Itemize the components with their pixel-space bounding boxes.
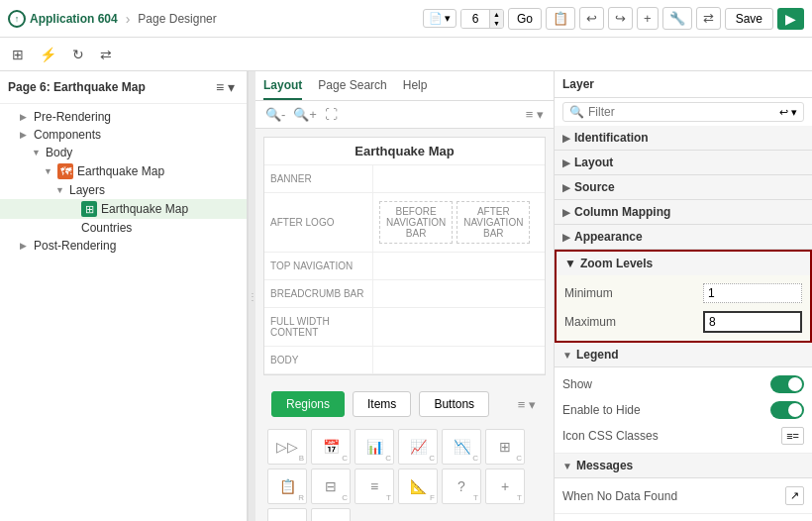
earthquake-map-parent-arrow: ▼ bbox=[44, 166, 53, 176]
share2-icon[interactable]: ⇄ bbox=[96, 45, 116, 64]
breadcrumb-section: BREADCRUMB BAR bbox=[264, 280, 545, 308]
icon-cell-4[interactable]: 📈C bbox=[398, 429, 438, 465]
when-no-data-row: When No Data Found ↗ bbox=[555, 482, 812, 509]
icon-cell-7[interactable]: 📋R bbox=[267, 469, 307, 504]
icon-css-classes-button[interactable]: ≡= bbox=[781, 427, 804, 445]
tree-layers[interactable]: ▼ Layers bbox=[0, 181, 247, 199]
icon-cell-3[interactable]: 📊C bbox=[355, 429, 394, 465]
preview-page-title: Earthquake Map bbox=[264, 138, 545, 165]
tab-page-search[interactable]: Page Search bbox=[318, 71, 386, 100]
icon-cell-6[interactable]: ⊞C bbox=[485, 429, 525, 465]
plus-button[interactable]: + bbox=[637, 7, 659, 30]
center-content: Earthquake Map BANNER AFTER LOGO BEFOREN… bbox=[255, 129, 554, 521]
zoom-maximum-input[interactable] bbox=[703, 311, 802, 333]
main-layout: Page 6: Earthquake Map ≡ ▾ ▶ Pre-Renderi… bbox=[0, 71, 812, 521]
pre-rendering-label: Pre-Rendering bbox=[34, 110, 111, 124]
items-tab[interactable]: Items bbox=[353, 391, 411, 417]
page-number-up[interactable]: ▲ bbox=[489, 10, 503, 19]
tree-earthquake-map-parent[interactable]: ▼ 🗺 Earthquake Map bbox=[0, 161, 247, 181]
layout-section-header[interactable]: ▶ Layout bbox=[555, 151, 812, 175]
appearance-section-header[interactable]: ▶ Appearance bbox=[555, 225, 812, 250]
view-menu-button[interactable]: ≡ ▾ bbox=[524, 105, 546, 124]
refresh-icon[interactable]: ↻ bbox=[68, 45, 88, 64]
right-content: ▶ Identification ▶ Layout ▶ Source ▶ Col… bbox=[555, 126, 812, 521]
zoom-levels-header[interactable]: ▼ Zoom Levels bbox=[557, 252, 810, 275]
legend-section-header[interactable]: ▼ Legend bbox=[555, 343, 812, 367]
left-splitter[interactable]: ⋮ bbox=[248, 71, 255, 521]
icon-cell-5[interactable]: 📉C bbox=[442, 429, 481, 465]
tab-layout[interactable]: Layout bbox=[263, 71, 302, 100]
filter-input[interactable] bbox=[588, 105, 775, 119]
legend-show-row: Show bbox=[555, 371, 812, 397]
icon-cell-11[interactable]: ?T bbox=[442, 469, 481, 504]
page-number-input[interactable]: 6 bbox=[461, 10, 489, 28]
icon-cell-9[interactable]: ≡T bbox=[355, 469, 394, 504]
countries-label: Countries bbox=[81, 221, 132, 235]
zoom-in-button[interactable]: 🔍+ bbox=[291, 105, 319, 124]
save-button[interactable]: Save bbox=[725, 8, 773, 30]
tree-post-rendering[interactable]: ▶ Post-Rendering bbox=[0, 237, 247, 255]
filter-action-btn[interactable]: ↩ ▾ bbox=[779, 106, 797, 119]
tab-help[interactable]: Help bbox=[403, 71, 428, 100]
file-button[interactable]: 📄 ▾ bbox=[423, 9, 457, 28]
page-label: Page 6: Earthquake Map bbox=[8, 80, 146, 94]
tree-earthquake-map-layer[interactable]: ⊞ Earthquake Map bbox=[0, 199, 247, 219]
icon-cell-12[interactable]: +T bbox=[485, 469, 525, 504]
when-no-data-button[interactable]: ↗ bbox=[785, 486, 804, 505]
tree-body[interactable]: ▼ Body bbox=[0, 144, 247, 161]
identification-section-header[interactable]: ▶ Identification bbox=[555, 126, 812, 151]
tree-pre-rendering[interactable]: ▶ Pre-Rendering bbox=[0, 108, 247, 126]
expand-button[interactable]: ⛶ bbox=[323, 105, 340, 124]
right-panel-header: Layer bbox=[555, 71, 812, 98]
messages-section-header[interactable]: ▼ Messages bbox=[555, 454, 812, 478]
zoom-maximum-row: Maximum bbox=[557, 307, 810, 337]
source-section-header[interactable]: ▶ Source bbox=[555, 175, 812, 200]
page-number-down[interactable]: ▼ bbox=[489, 19, 503, 28]
icon-cell-8[interactable]: ⊟C bbox=[311, 469, 351, 504]
wrench-button[interactable]: 🔧 bbox=[662, 7, 692, 30]
icon-cell-13[interactable]: ⊞I bbox=[267, 508, 307, 521]
earthquake-map-parent-label: Earthquake Map bbox=[77, 164, 164, 178]
grid-icon[interactable]: ⊞ bbox=[8, 45, 28, 64]
legend-show-toggle[interactable] bbox=[770, 375, 804, 393]
icon-cell-1[interactable]: ▷▷B bbox=[267, 429, 307, 465]
column-mapping-section-header[interactable]: ▶ Column Mapping bbox=[555, 200, 812, 225]
redo-button[interactable]: ↪ bbox=[608, 7, 633, 30]
icon-cell-14[interactable]: G bbox=[311, 508, 351, 521]
after-nav-bar-box: AFTERNAVIGATIONBAR bbox=[457, 201, 530, 244]
icon-cell-2[interactable]: 📅C bbox=[311, 429, 351, 465]
run-button[interactable]: ▶ bbox=[777, 8, 804, 30]
right-panel: Layer 🔍 ↩ ▾ ▶ Identification ▶ Layout ▶ … bbox=[555, 71, 812, 521]
column-mapping-label: Column Mapping bbox=[574, 205, 670, 219]
nav-regions: BEFORENAVIGATIONBAR AFTERNAVIGATIONBAR bbox=[373, 193, 545, 252]
app-info: ↑ Application 604 bbox=[8, 10, 118, 28]
buttons-tab[interactable]: Buttons bbox=[419, 391, 489, 417]
go-button[interactable]: Go bbox=[508, 8, 542, 30]
regions-tab[interactable]: Regions bbox=[271, 391, 345, 417]
share-button[interactable]: ⇄ bbox=[696, 7, 721, 30]
zoom-levels-section: ▼ Zoom Levels Minimum Maximum bbox=[555, 250, 812, 343]
tree-countries[interactable]: Countries bbox=[0, 219, 247, 237]
legend-arrow: ▼ bbox=[562, 350, 572, 361]
layout-arrow: ▶ bbox=[562, 157, 570, 168]
full-width-section: FULL WIDTH CONTENT bbox=[264, 308, 545, 347]
page-preview: Earthquake Map BANNER AFTER LOGO BEFOREN… bbox=[263, 137, 546, 375]
lightning-icon[interactable]: ⚡ bbox=[36, 45, 60, 64]
undo-button[interactable]: ↩ bbox=[579, 7, 604, 30]
pre-rendering-arrow: ▶ bbox=[20, 112, 30, 122]
zoom-out-button[interactable]: 🔍- bbox=[263, 105, 287, 124]
post-rendering-arrow: ▶ bbox=[20, 241, 30, 251]
full-width-label: FULL WIDTH CONTENT bbox=[264, 308, 373, 346]
icon-cell-10[interactable]: 📐F bbox=[398, 469, 438, 504]
bottom-menu-btn[interactable]: ≡ ▾ bbox=[516, 391, 538, 417]
earthquake-map-layer-label: Earthquake Map bbox=[101, 202, 188, 216]
legend-label: Legend bbox=[576, 348, 619, 362]
tree-components[interactable]: ▶ Components bbox=[0, 126, 247, 144]
clipboard-button[interactable]: 📋 bbox=[546, 7, 575, 30]
identification-label: Identification bbox=[574, 131, 649, 145]
zoom-minimum-input[interactable] bbox=[703, 283, 802, 303]
page-number-group: 6 ▲ ▼ bbox=[460, 9, 504, 29]
legend-enable-hide-toggle[interactable] bbox=[770, 401, 804, 419]
search-icon: 🔍 bbox=[569, 105, 584, 119]
left-menu-button[interactable]: ≡ ▾ bbox=[212, 77, 239, 97]
